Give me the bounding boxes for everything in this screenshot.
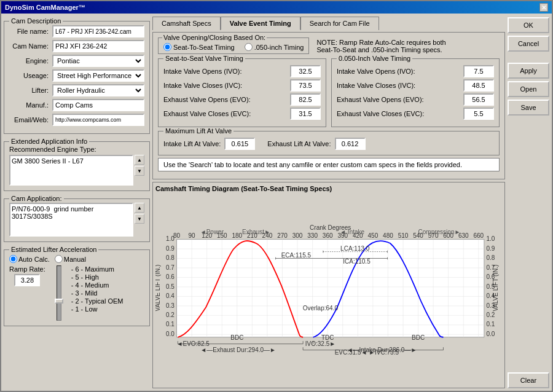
- ft-ivo-input[interactable]: [463, 65, 494, 77]
- close-button[interactable]: ✕: [539, 3, 548, 12]
- title-bar: DynoSim CamManager™ ✕: [1, 1, 552, 14]
- svg-text:0.8: 0.8: [487, 254, 495, 261]
- tab-camshaft-specs[interactable]: Camshaft Specs: [152, 17, 221, 30]
- ok-button[interactable]: OK: [508, 17, 549, 33]
- ft-evo-input[interactable]: [463, 93, 494, 106]
- fifty-thou-label: .050-inch Timing: [254, 44, 304, 51]
- email-input[interactable]: [52, 114, 144, 126]
- apply-button[interactable]: Apply: [508, 63, 549, 79]
- cam-application-title: Cam Application:: [9, 195, 64, 202]
- cam-name-label: Cam Name:: [9, 42, 52, 50]
- svg-text:VALVE LIFT (IN.): VALVE LIFT (IN.): [492, 265, 499, 312]
- cancel-button[interactable]: Cancel: [508, 36, 549, 52]
- save-button[interactable]: Save: [508, 100, 549, 116]
- cam-name-input[interactable]: [52, 40, 144, 52]
- ramp-slider-thumb[interactable]: [55, 299, 63, 304]
- svg-text:0.5: 0.5: [166, 283, 175, 290]
- ft-evc-label: Exhaust Valve Closes (EVC):: [337, 110, 463, 117]
- svg-text:ICA:110.5: ICA:110.5: [343, 258, 371, 265]
- svg-text:180: 180: [232, 232, 242, 239]
- cam-app-scroll-down[interactable]: ▼: [135, 214, 144, 224]
- svg-text:0.6: 0.6: [166, 273, 175, 280]
- useage-label: Useage:: [9, 72, 52, 79]
- file-name-label: File name:: [9, 28, 52, 35]
- scale-2: - 2 - Typical OEM: [71, 297, 124, 305]
- right-panel: Camshaft Specs Valve Event Timing Search…: [152, 16, 505, 388]
- manuf-input[interactable]: [52, 99, 144, 111]
- tab-valve-event-timing[interactable]: Valve Event Timing: [221, 17, 300, 30]
- sts-ivc-input[interactable]: [290, 79, 321, 92]
- cam-app-scroll-up[interactable]: ▲: [135, 203, 144, 213]
- ramp-rate-input[interactable]: [14, 274, 40, 286]
- file-name-input[interactable]: [52, 25, 144, 37]
- auto-calc-radio[interactable]: [9, 255, 17, 263]
- svg-text:0.3: 0.3: [166, 302, 175, 309]
- svg-text:480: 480: [383, 232, 393, 239]
- sts-evc-label: Exhaust Valve Closes (EVC):: [163, 110, 290, 117]
- auto-calc-label: Auto Calc.: [18, 256, 50, 263]
- useage-select[interactable]: Street High Performance: [52, 69, 144, 82]
- svg-text:◄—Exhaust Dur:294.0—►: ◄—Exhaust Dur:294.0—►: [200, 347, 276, 353]
- rec-engine-scroll-up[interactable]: ▲: [135, 155, 144, 165]
- ramp-scale: - 6 - Maximum - 5 - High - 4 - Medium - …: [71, 265, 124, 313]
- valve-opening-label: Valve Opening/Closing Based On:: [162, 34, 267, 41]
- svg-text:0.9: 0.9: [487, 245, 495, 252]
- seat-to-seat-label: Seat-To-Seat Timing: [173, 44, 235, 51]
- main-window: DynoSim CamManager™ ✕ Cam Description Fi…: [0, 0, 553, 392]
- cam-description-group: Cam Description File name: Cam Name: Eng…: [4, 21, 150, 134]
- svg-text:90: 90: [189, 232, 196, 239]
- chart-container: Camshaft Timing Diagram (Seat-To-Seat Ti…: [152, 182, 505, 388]
- ft-evo-label: Exhaust Valve Opens (EVO):: [337, 96, 463, 103]
- svg-text:0.2: 0.2: [166, 312, 175, 318]
- timing-chart-svg: 80 90 120 150 180 210 240 270 300 330 36…: [155, 194, 502, 385]
- svg-text:◄ Intake: ◄ Intake: [340, 229, 364, 235]
- sts-evo-input[interactable]: [290, 93, 321, 106]
- seat-to-seat-radio-label[interactable]: Seat-To-Seat Timing: [163, 43, 235, 51]
- exhaust-lift-input[interactable]: [335, 138, 366, 150]
- rec-engine-label: Recommended Engine Type:: [9, 146, 144, 153]
- svg-text:Exhaust►: Exhaust►: [242, 229, 270, 235]
- engine-select[interactable]: Pontiac: [52, 55, 144, 67]
- svg-text:0.0: 0.0: [487, 331, 495, 337]
- seat-to-seat-radio[interactable]: [163, 43, 171, 51]
- lifter-label: Lifter:: [9, 87, 52, 94]
- clear-button[interactable]: Clear: [508, 372, 549, 388]
- auto-calc-radio-label[interactable]: Auto Calc.: [9, 255, 50, 263]
- cam-application-textarea[interactable]: P/N76-000-9 grind number 3017S/3038S: [9, 203, 133, 237]
- open-button[interactable]: Open: [508, 81, 549, 97]
- manual-radio-label[interactable]: Manual: [55, 255, 86, 263]
- ramp-rate-label: Ramp Rate:: [9, 265, 45, 273]
- rec-engine-textarea[interactable]: GM 3800 Series II - L67: [9, 155, 133, 186]
- svg-text:Compression►: Compression►: [418, 229, 461, 235]
- sts-ivo-input[interactable]: [290, 65, 321, 77]
- manuf-label: Manuf.:: [9, 101, 52, 109]
- ft-evc-input[interactable]: [463, 108, 494, 120]
- chart-title: Camshaft Timing Diagram (Seat-To-Seat Ti…: [155, 185, 502, 192]
- svg-text:0.7: 0.7: [166, 264, 175, 271]
- chart-area: 80 90 120 150 180 210 240 270 300 330 36…: [155, 194, 502, 385]
- svg-text:BDC: BDC: [230, 334, 243, 341]
- fifty-thou-radio-label[interactable]: .050-inch Timing: [245, 43, 304, 51]
- engine-label: Engine:: [9, 57, 52, 65]
- svg-text:300: 300: [292, 232, 303, 239]
- svg-text:1.0: 1.0: [487, 235, 495, 242]
- fifty-thou-radio[interactable]: [245, 43, 253, 51]
- ft-ivc-label: Intake Valve Closes (IVC):: [337, 82, 463, 89]
- info-bar: Use the 'Search' tab to locate and test …: [158, 158, 500, 171]
- sts-evc-input[interactable]: [290, 108, 321, 120]
- seat-to-seat-title: Seat-to-Seat Valve Timing: [163, 55, 245, 62]
- fifty-thou-title: 0.050-Inch Valve Timing: [337, 55, 412, 62]
- tab-search-for-cam[interactable]: Search for Cam File: [300, 17, 379, 30]
- exhaust-lift-label: Exhaust Lift At Valve:: [267, 140, 331, 147]
- svg-text:0.8: 0.8: [166, 254, 175, 261]
- manual-radio[interactable]: [55, 255, 63, 263]
- intake-lift-input[interactable]: [224, 138, 255, 150]
- svg-rect-1: [177, 240, 484, 337]
- manual-label: Manual: [64, 256, 86, 263]
- valve-timing-tab-content: Valve Opening/Closing Based On: Seat-To-…: [152, 32, 505, 179]
- lifter-select[interactable]: Roller Hydraulic: [52, 84, 144, 96]
- ft-ivc-input[interactable]: [463, 79, 494, 92]
- rec-engine-scroll-down[interactable]: ▼: [135, 166, 144, 176]
- scale-3: - 3 - Mild: [71, 289, 124, 297]
- scale-5: - 5 - High: [71, 273, 124, 281]
